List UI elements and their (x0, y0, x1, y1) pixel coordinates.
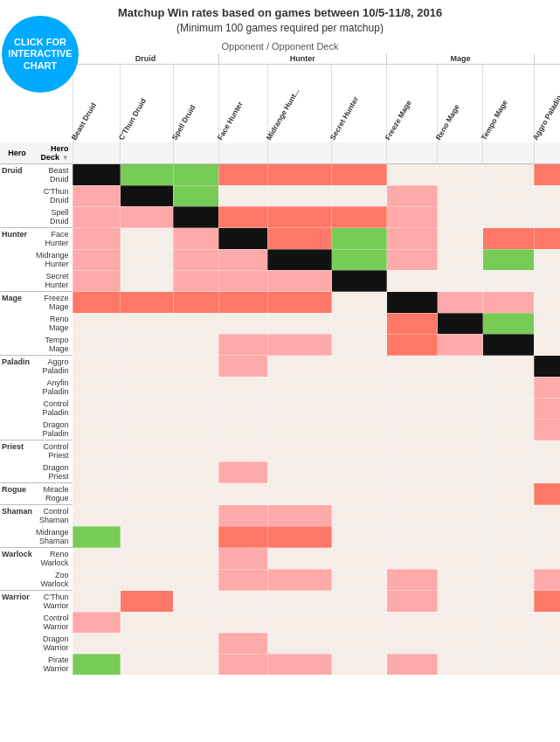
heatmap-cell[interactable] (438, 569, 483, 591)
heatmap-cell[interactable] (438, 164, 483, 186)
heatmap-cell[interactable] (173, 164, 218, 186)
heatmap-cell[interactable] (387, 313, 438, 334)
heatmap-cell[interactable] (438, 377, 483, 398)
heatmap-cell[interactable] (173, 185, 218, 206)
heatmap-cell[interactable] (173, 633, 218, 654)
heatmap-cell[interactable] (267, 185, 332, 206)
heatmap-cell[interactable] (121, 505, 173, 527)
heatmap-cell[interactable] (121, 633, 173, 654)
heatmap-cell[interactable] (218, 612, 267, 633)
heatmap-cell[interactable] (534, 313, 560, 334)
heatmap-cell[interactable] (534, 164, 560, 186)
heatmap-cell[interactable] (534, 398, 560, 419)
heatmap-cell[interactable] (438, 249, 483, 270)
heatmap-cell[interactable] (387, 440, 438, 462)
interactive-chart-badge[interactable]: CLICK FOR INTERACTIVE CHART (2, 16, 79, 93)
heatmap-cell[interactable] (267, 526, 332, 548)
heatmap-cell[interactable] (332, 505, 387, 527)
heatmap-cell[interactable] (267, 440, 332, 462)
heatmap-cell[interactable] (121, 612, 173, 633)
heatmap-cell[interactable] (332, 633, 387, 654)
heatmap-cell[interactable] (73, 612, 121, 633)
heatmap-cell[interactable] (121, 440, 173, 462)
heatmap-cell[interactable] (173, 206, 218, 228)
heatmap-cell[interactable] (73, 185, 121, 206)
heatmap-cell[interactable] (483, 548, 534, 570)
heatmap-cell[interactable] (121, 398, 173, 419)
heatmap-cell[interactable] (73, 548, 121, 570)
heatmap-cell[interactable] (387, 591, 438, 613)
heatmap-cell[interactable] (534, 548, 560, 570)
heatmap-cell[interactable] (218, 356, 267, 378)
heatmap-cell[interactable] (438, 313, 483, 334)
heatmap-cell[interactable] (218, 164, 267, 186)
heatmap-cell[interactable] (218, 548, 267, 570)
heatmap-cell[interactable] (332, 356, 387, 378)
heatmap-cell[interactable] (438, 461, 483, 483)
heatmap-cell[interactable] (534, 270, 560, 292)
heatmap-cell[interactable] (387, 206, 438, 228)
heatmap-cell[interactable] (483, 612, 534, 633)
heatmap-cell[interactable] (73, 249, 121, 270)
heatmap-cell[interactable] (387, 377, 438, 398)
heatmap-cell[interactable] (483, 228, 534, 250)
heatmap-cell[interactable] (438, 548, 483, 570)
heatmap-cell[interactable] (73, 398, 121, 419)
heatmap-cell[interactable] (332, 249, 387, 270)
heatmap-cell[interactable] (438, 206, 483, 228)
heatmap-cell[interactable] (483, 356, 534, 378)
heatmap-cell[interactable] (387, 270, 438, 292)
heatmap-cell[interactable] (483, 440, 534, 462)
heatmap-cell[interactable] (121, 569, 173, 591)
heatmap-cell[interactable] (483, 164, 534, 186)
heatmap-cell[interactable] (267, 206, 332, 228)
heatmap-cell[interactable] (438, 228, 483, 250)
heatmap-cell[interactable] (387, 356, 438, 378)
heatmap-cell[interactable] (218, 483, 267, 505)
heatmap-cell[interactable] (387, 483, 438, 505)
heatmap-cell[interactable] (121, 292, 173, 314)
heatmap-cell[interactable] (387, 292, 438, 314)
heatmap-cell[interactable] (121, 548, 173, 570)
heatmap-cell[interactable] (387, 461, 438, 483)
heatmap-cell[interactable] (483, 377, 534, 398)
heatmap-cell[interactable] (483, 270, 534, 292)
heatmap-cell[interactable] (218, 377, 267, 398)
heatmap-cell[interactable] (73, 313, 121, 334)
heatmap-cell[interactable] (438, 526, 483, 548)
heatmap-cell[interactable] (218, 440, 267, 462)
heatmap-cell[interactable] (438, 419, 483, 440)
heatmap-cell[interactable] (267, 483, 332, 505)
heatmap-cell[interactable] (218, 398, 267, 419)
heatmap-cell[interactable] (121, 313, 173, 334)
heatmap-cell[interactable] (534, 185, 560, 206)
heatmap-cell[interactable] (438, 612, 483, 633)
heatmap-cell[interactable] (73, 419, 121, 440)
heatmap-cell[interactable] (483, 419, 534, 440)
heatmap-cell[interactable] (387, 185, 438, 206)
heatmap-cell[interactable] (173, 505, 218, 527)
heatmap-cell[interactable] (534, 440, 560, 462)
heatmap-cell[interactable] (438, 334, 483, 356)
heatmap-cell[interactable] (173, 526, 218, 548)
heatmap-cell[interactable] (438, 654, 483, 675)
heatmap-cell[interactable] (267, 419, 332, 440)
heatmap-cell[interactable] (438, 185, 483, 206)
heatmap-cell[interactable] (483, 483, 534, 505)
heatmap-cell[interactable] (121, 270, 173, 292)
heatmap-cell[interactable] (534, 334, 560, 356)
heatmap-cell[interactable] (121, 356, 173, 378)
heatmap-cell[interactable] (387, 505, 438, 527)
heatmap-cell[interactable] (387, 569, 438, 591)
heatmap-cell[interactable] (387, 654, 438, 675)
heatmap-cell[interactable] (438, 292, 483, 314)
heatmap-cell[interactable] (483, 185, 534, 206)
heatmap-cell[interactable] (73, 654, 121, 675)
heatmap-cell[interactable] (218, 654, 267, 675)
heatmap-cell[interactable] (218, 228, 267, 250)
heatmap-cell[interactable] (534, 591, 560, 613)
heatmap-cell[interactable] (483, 569, 534, 591)
heatmap-cell[interactable] (332, 526, 387, 548)
heatmap-cell[interactable] (121, 185, 173, 206)
heatmap-cell[interactable] (387, 398, 438, 419)
